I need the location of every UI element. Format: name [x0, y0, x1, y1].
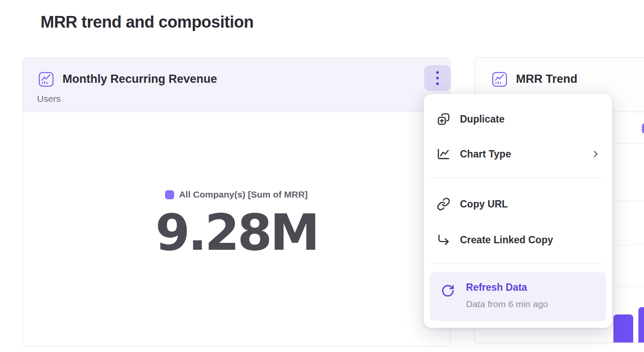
chevron-right-icon — [591, 149, 601, 159]
kpi-value: 9.28M — [23, 206, 450, 259]
menu-divider — [431, 264, 605, 264]
card-title: Monthly Recurring Revenue — [63, 72, 217, 86]
bar-january[interactable] — [638, 307, 644, 343]
refresh-data-label: Refresh Data — [466, 282, 527, 293]
kebab-dot — [436, 71, 439, 74]
legend-swatch — [165, 190, 174, 199]
menu-item-label: Duplicate — [460, 113, 505, 125]
corner-down-right-icon — [437, 233, 450, 247]
menu-item-create-linked-copy[interactable]: Create Linked Copy — [424, 226, 612, 254]
page-title: MRR trend and composition — [41, 13, 253, 31]
card-subtitle: Users — [37, 94, 61, 104]
refresh-icon — [441, 284, 455, 298]
kebab-menu-button[interactable] — [424, 65, 451, 91]
duplicate-icon — [437, 112, 450, 126]
bar-october[interactable] — [613, 314, 633, 343]
kebab-dot — [436, 77, 439, 79]
legend-label: All Company(s) [Sum of MRR] — [179, 189, 308, 200]
link-icon — [437, 197, 450, 211]
mrr-kpi-card: Monthly Recurring Revenue Users All Comp… — [22, 57, 450, 346]
refresh-data-sublabel: Data from 6 min ago — [466, 299, 548, 309]
menu-item-label: Chart Type — [460, 148, 511, 160]
mrr-card-header: Monthly Recurring Revenue Users — [23, 58, 450, 112]
chart-widget-icon — [38, 72, 54, 87]
menu-item-copy-url[interactable]: Copy URL — [424, 190, 612, 218]
kpi-legend: All Company(s) [Sum of MRR] — [165, 189, 308, 200]
chart-widget-icon — [492, 72, 507, 87]
trend-legend-swatch — [642, 123, 644, 133]
menu-item-duplicate[interactable]: Duplicate — [424, 105, 612, 133]
menu-divider — [431, 178, 605, 178]
card-title: MRR Trend — [516, 72, 578, 86]
line-chart-icon — [437, 147, 450, 161]
menu-item-refresh-data[interactable]: Refresh Data Data from 6 min ago — [430, 272, 606, 321]
kebab-dot — [436, 82, 439, 85]
menu-item-label: Create Linked Copy — [460, 234, 553, 246]
menu-item-label: Copy URL — [460, 198, 508, 210]
kpi-block: All Company(s) [Sum of MRR] 9.28M — [23, 189, 450, 258]
widget-context-menu: Duplicate Chart Type Copy URL — [424, 94, 612, 328]
menu-item-chart-type[interactable]: Chart Type — [424, 140, 612, 168]
